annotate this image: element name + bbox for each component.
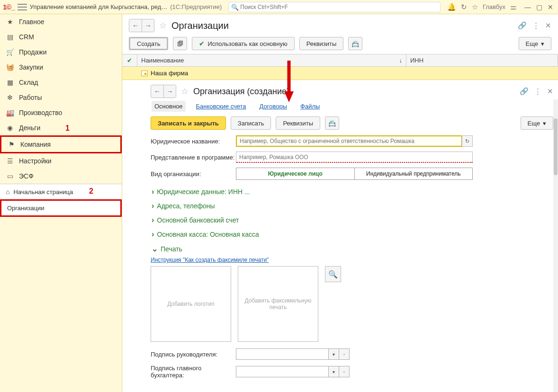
- minimize-icon[interactable]: —: [523, 2, 532, 12]
- start-page-link[interactable]: Начальная страница 2: [0, 184, 122, 199]
- save-close-button[interactable]: Записать и закрыть: [151, 116, 226, 130]
- history-icon[interactable]: ↻: [461, 3, 467, 11]
- instruction-link[interactable]: Инструкция "Как создать факсимиле печати…: [151, 257, 269, 263]
- search-input[interactable]: [228, 2, 441, 12]
- close-icon[interactable]: ✕: [546, 2, 555, 12]
- nav-arrows: ← →: [129, 19, 154, 32]
- sidebar-item-esf[interactable]: ▭ ЭСФ: [0, 169, 122, 184]
- sub-item-organizations[interactable]: Организации: [0, 199, 122, 217]
- app-title: Управление компанией для Кыргызстана, ре…: [30, 3, 168, 10]
- toggle-legal[interactable]: Юридическое лицо: [236, 168, 355, 180]
- forward-icon[interactable]: →: [142, 19, 154, 32]
- sidebar-item-company[interactable]: ⚑ Компания: [0, 135, 122, 153]
- page-header: ← → ☆ Организации 🔗 ⋮ ✕: [122, 14, 558, 35]
- print-button[interactable]: 📇: [325, 116, 339, 130]
- sidebar-item-warehouse[interactable]: ▦ Склад: [0, 75, 122, 90]
- maximize-icon[interactable]: ▢: [534, 2, 544, 12]
- copy-button[interactable]: 🗐: [173, 37, 187, 50]
- sidebar-subsection: Начальная страница 2 Организации: [0, 184, 122, 217]
- row-inn: [406, 67, 558, 80]
- label-legal-name: Юридическое название:: [151, 138, 236, 145]
- save-button[interactable]: Записать: [231, 116, 271, 130]
- more-button[interactable]: Еще ▾: [521, 116, 553, 130]
- button-label: Использовать как основную: [207, 40, 287, 47]
- upload-fax[interactable]: Добавить факсимильную печать: [238, 266, 318, 342]
- requisites-button[interactable]: Реквизиты: [299, 37, 344, 50]
- dropdown-icon[interactable]: ▾: [329, 366, 339, 377]
- vertical-scrollbar[interactable]: [553, 99, 558, 392]
- search-icon: 🔍: [231, 4, 239, 11]
- close-page-icon[interactable]: ✕: [545, 21, 551, 30]
- preview-button[interactable]: 🔍: [325, 266, 341, 282]
- sidebar-item-crm[interactable]: ▤ CRM: [0, 29, 122, 45]
- menu-icon[interactable]: [18, 4, 27, 10]
- table-row[interactable]: Наша фирма: [122, 67, 558, 80]
- expander-print[interactable]: Печать: [151, 241, 553, 256]
- equalizer-icon[interactable]: ⚌: [510, 3, 516, 11]
- tab-bank[interactable]: Банковские счета: [193, 101, 249, 112]
- favorite-icon[interactable]: ☆: [181, 86, 189, 97]
- table-header: ✔ Наименование ↓ ИНН: [122, 54, 558, 67]
- sidebar-item-settings[interactable]: ☰ Настройки: [0, 153, 122, 169]
- sign-director-input[interactable]: [236, 348, 329, 360]
- expander-address[interactable]: Адреса, телефоны: [151, 199, 553, 213]
- sidebar-item-production[interactable]: 🏭 Производство: [0, 105, 122, 120]
- expander-legal[interactable]: Юридические данные: ИНН ...: [151, 185, 553, 199]
- sidebar-item-label: Работы: [19, 94, 42, 101]
- sort-icon: ↓: [399, 57, 403, 64]
- print-button[interactable]: 📇: [348, 37, 362, 50]
- global-search[interactable]: 🔍: [228, 2, 441, 12]
- sidebar-item-works[interactable]: ✻ Работы: [0, 90, 122, 105]
- row-name-cell: Наша фирма: [137, 67, 406, 80]
- bell-icon[interactable]: 🔔: [447, 3, 456, 11]
- page-top-icons: 🔗 ⋮ ✕: [518, 21, 551, 30]
- user-label[interactable]: Главбух: [483, 3, 505, 10]
- sidebar-item-label: Компания: [20, 141, 51, 148]
- back-icon[interactable]: ←: [129, 19, 142, 32]
- open-icon[interactable]: ▫: [339, 366, 350, 377]
- forward-icon[interactable]: →: [163, 85, 176, 98]
- col-check[interactable]: ✔: [122, 54, 137, 66]
- sidebar-item-purchases[interactable]: 🧺 Закупки: [0, 60, 122, 75]
- tab-files[interactable]: Файлы: [297, 101, 323, 112]
- star-icon[interactable]: ☆: [472, 3, 478, 11]
- col-inn[interactable]: ИНН: [406, 54, 558, 66]
- history-icon[interactable]: ↻: [462, 135, 473, 147]
- expander-bank[interactable]: Основной банковский счет: [151, 213, 553, 227]
- scrollbar-thumb[interactable]: [554, 118, 558, 175]
- tab-contracts[interactable]: Договоры: [257, 101, 290, 112]
- col-name[interactable]: Наименование ↓: [137, 54, 406, 66]
- row-legal-name: Юридическое название: ↻: [151, 135, 553, 147]
- expander-cash[interactable]: Основная касса: Основная касса: [151, 227, 553, 241]
- link-icon[interactable]: 🔗: [518, 21, 527, 30]
- link-icon[interactable]: 🔗: [520, 87, 529, 96]
- more-icon[interactable]: ⋮: [534, 87, 541, 96]
- create-button[interactable]: Создать: [129, 37, 168, 50]
- row-org-type: Вид организации: Юридическое лицо Индиви…: [151, 168, 553, 180]
- expander-label: Печать: [161, 245, 182, 253]
- flag-icon: ⚑: [7, 141, 16, 148]
- upload-logo[interactable]: Добавить логотип: [151, 266, 231, 342]
- dropdown-icon[interactable]: ▾: [329, 348, 339, 360]
- back-icon[interactable]: ←: [151, 85, 163, 98]
- sign-accountant-input[interactable]: [236, 366, 329, 377]
- more-button[interactable]: Еще ▾: [519, 37, 551, 50]
- chevron-down-icon: ▾: [543, 120, 546, 127]
- sidebar-item-sales[interactable]: 🛒 Продажи: [0, 45, 122, 60]
- display-name-input[interactable]: [236, 151, 473, 163]
- sidebar-item-label: Начальная страница: [13, 188, 73, 196]
- sidebar-item-main[interactable]: ★ Главное: [0, 14, 122, 29]
- more-icon[interactable]: ⋮: [532, 21, 540, 30]
- sidebar-item-money[interactable]: ◉ Деньги 1: [0, 120, 122, 135]
- legal-name-input[interactable]: [236, 135, 462, 147]
- tab-main[interactable]: Основное: [152, 101, 186, 112]
- upload-boxes: Добавить логотип Добавить факсимильную п…: [151, 266, 553, 342]
- open-icon[interactable]: ▫: [339, 348, 350, 360]
- use-as-main-button[interactable]: ✔Использовать как основную: [192, 37, 294, 50]
- toggle-ip[interactable]: Индивидуальный предприниматель: [355, 168, 473, 180]
- create-toolbar: Записать и закрыть Записать Реквизиты 📇 …: [151, 116, 553, 130]
- close-page-icon[interactable]: ✕: [547, 87, 553, 96]
- requisites-button[interactable]: Реквизиты: [276, 116, 320, 130]
- favorite-icon[interactable]: ☆: [159, 20, 167, 31]
- create-title: Организация (создание): [193, 87, 289, 97]
